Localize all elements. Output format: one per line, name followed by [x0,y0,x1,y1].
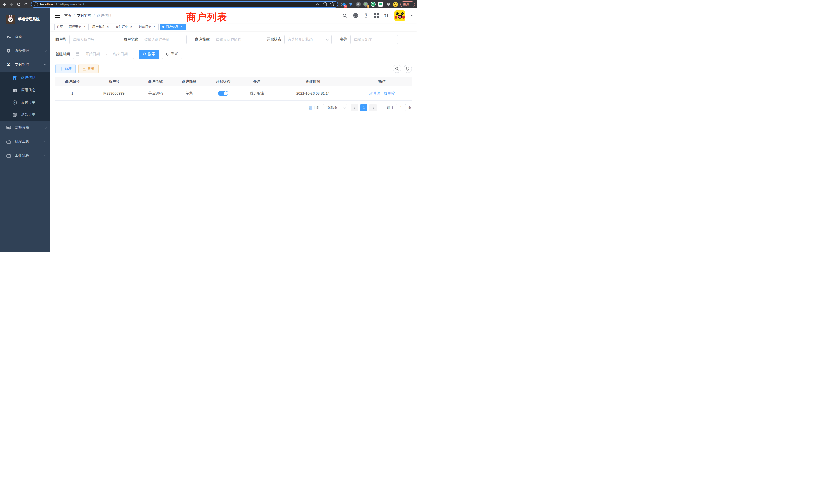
yen-circle-icon: ¥ [12,100,17,105]
profile-avatar[interactable] [393,2,398,7]
extension-diamond-icon[interactable]: 10 [341,2,346,7]
reload-icon[interactable] [17,2,21,7]
toolbox-icon [6,140,11,144]
breadcrumb-payment[interactable]: 支付管理 [77,13,91,18]
browser-menu-icon[interactable] [412,3,412,6]
font-size-icon[interactable]: tT [385,13,389,19]
extensions-puzzle-icon[interactable] [386,2,391,7]
date-end-input[interactable]: 结束日期 [110,52,131,56]
info-icon[interactable] [34,2,38,6]
sidebar-logo[interactable]: 芋道管理系统 [0,8,50,30]
tab-refund-order[interactable]: 退款订单× [137,24,159,30]
collapse-sidebar-icon[interactable] [54,13,60,19]
url-text: localhost:1024/pay/merchant [40,2,313,6]
download-icon [83,67,86,71]
edit-link[interactable]: 修改 [369,91,380,95]
chevron-down-icon [44,126,46,129]
sidebar-item-system[interactable]: 系统管理 [0,44,50,58]
refresh-icon [166,52,170,56]
reset-button[interactable]: 重置 [162,49,182,59]
refresh-icon [406,67,410,71]
date-range-picker[interactable]: 开始日期 - 结束日期 [73,49,134,59]
current-page-button[interactable]: 1 [360,104,368,111]
tab-home[interactable]: 首页 [54,24,65,30]
close-icon[interactable]: × [129,25,133,29]
add-button[interactable]: 新增 [56,64,76,73]
goto-page-input[interactable] [396,104,406,111]
close-icon[interactable]: × [180,25,183,29]
extension-chat-icon[interactable] [378,2,383,7]
browser-update-button[interactable]: 更新 [400,1,415,7]
filter-row-1: 商户号 商户全称 商户简称 开启状态 请选择开启状态 备注 [56,35,412,44]
help-icon[interactable]: ? [364,13,369,18]
extension-y-icon[interactable]: Y [371,2,376,7]
prev-page-button[interactable] [351,104,358,111]
breadcrumb-home[interactable]: 首页 [64,13,71,18]
url-host: localhost [40,2,55,6]
status-label: 开启状态 [267,37,281,42]
key-icon[interactable] [315,2,320,7]
tab-label: 支付订单 [115,25,128,29]
breadcrumb-separator: / [74,14,75,18]
extension-badge: 10 [344,5,347,8]
created-time-label: 创建时间 [56,52,70,56]
breadcrumb-separator: / [94,14,95,18]
pagination: 共 1 条 10条/页 1 前往 页 [56,104,412,111]
full-name-input[interactable] [141,35,187,44]
short-name-input[interactable] [213,35,258,44]
sidebar-item-app-info[interactable]: 应用信息 [0,84,50,96]
close-icon[interactable]: × [83,25,86,29]
forward-icon[interactable] [9,2,14,7]
share-icon[interactable] [323,2,327,7]
sidebar-item-pay-order[interactable]: ¥ 支付订单 [0,96,50,109]
search-icon[interactable] [342,13,348,19]
status-toggle[interactable] [218,91,228,96]
sidebar-item-workflow[interactable]: 工作流程 [0,148,50,162]
user-avatar[interactable] [394,10,405,21]
address-bar[interactable]: localhost:1024/pay/merchant [31,1,338,8]
avatar-caret-icon[interactable] [410,15,413,17]
merchant-no-label: 商户号 [56,37,66,42]
tab-label: 首页 [57,25,63,29]
refresh-table-button[interactable] [404,65,412,73]
extension-meet-icon[interactable]: 1 [363,2,368,7]
tab-label: 商户信息 [166,25,178,29]
sidebar-item-refund-order[interactable]: 退款订单 [0,109,50,121]
fullscreen-icon[interactable] [374,13,379,19]
extension-pin-icon[interactable] [348,2,353,7]
sidebar-item-merchant-info[interactable]: 商户信息 [0,72,50,84]
show-search-button[interactable] [393,65,401,73]
date-start-input[interactable]: 开始日期 [82,52,104,56]
merchant-no-input[interactable] [69,35,115,44]
sidebar-item-payment[interactable]: ¥ 支付管理 [0,58,50,72]
remark-input[interactable] [351,35,398,44]
github-icon[interactable] [353,13,358,19]
document-icon [12,113,17,117]
home-icon[interactable] [24,2,28,7]
goto-suffix: 页 [408,106,411,110]
shop-icon [12,76,17,80]
search-button[interactable]: 搜索 [139,49,159,59]
cell-status [206,86,240,100]
status-select[interactable]: 请选择开启状态 [284,35,332,44]
back-icon[interactable] [2,2,7,7]
sidebar-item-home[interactable]: 首页 [0,30,50,44]
sidebar-item-label: 基础设施 [15,125,40,130]
extension-command-icon[interactable]: ⌘ [356,2,361,7]
sidebar-item-infrastructure[interactable]: 基础设施 [0,121,50,135]
close-icon[interactable]: × [106,25,110,29]
close-icon[interactable]: × [153,25,156,29]
sidebar-item-dev-tools[interactable]: 研发工具 [0,135,50,148]
tab-pay-order[interactable]: 支付订单× [113,24,135,30]
delete-link[interactable]: 删除 [384,91,395,95]
export-button[interactable]: 导出 [78,64,98,73]
tab-merchant-info[interactable]: 商户信息× [160,24,185,30]
add-button-label: 新增 [64,66,72,71]
search-icon [395,67,399,71]
star-icon[interactable] [330,2,334,7]
next-page-button[interactable] [370,104,377,111]
dashboard-icon [6,35,11,39]
page-size-select[interactable]: 10条/页 [323,104,347,111]
tab-user-group[interactable]: 用户分组× [90,24,112,30]
tab-process-form[interactable]: 流程表单× [66,24,89,30]
